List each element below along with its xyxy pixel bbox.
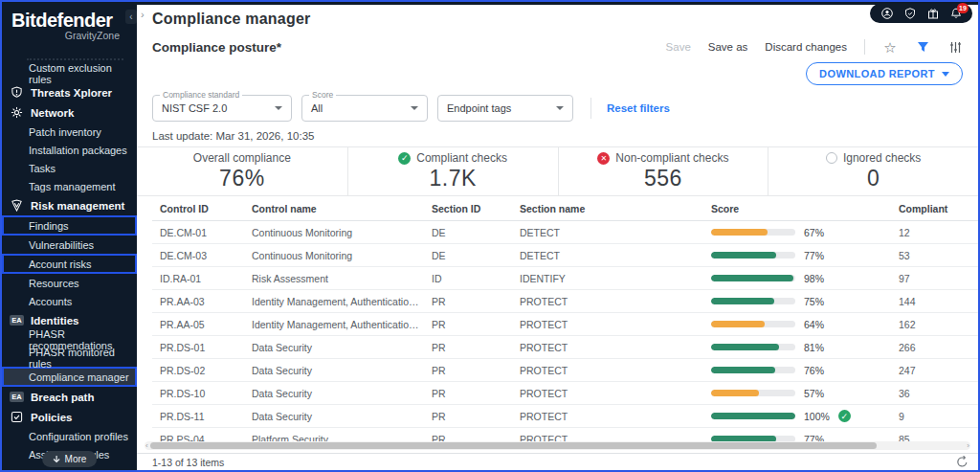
scroll-right-arrow-icon[interactable]: › <box>967 441 969 450</box>
cell-compliant: 162 <box>891 319 978 330</box>
table-header-row: Control IDControl nameSection IDSection … <box>152 196 978 221</box>
sidebar-item-custom-exclusion-rules[interactable]: Custom exclusion rules <box>2 64 137 82</box>
scrollbar-thumb[interactable] <box>150 442 877 449</box>
cell-control-id: PR.AA-05 <box>152 319 244 330</box>
column-header-compliant[interactable]: Compliant <box>891 203 978 214</box>
sidebar-item-vulnerabilities[interactable]: Vulnerabilities <box>2 236 137 254</box>
sidebar-item-configuration-profiles[interactable]: Configuration profiles <box>2 427 137 445</box>
ea-badge: EA <box>10 315 24 326</box>
table-row[interactable]: PR.AA-05Identity Management, Authenticat… <box>152 313 978 336</box>
sidebar-item-account-risks[interactable]: Account risks <box>2 254 137 274</box>
sidebar-item-installation-packages[interactable]: Installation packages <box>2 141 137 159</box>
sidebar-item-label: Accounts <box>29 296 72 307</box>
sidebar-item-label: Resources <box>29 278 79 289</box>
sidebar-item-breach-path[interactable]: EABreach path <box>2 387 137 407</box>
cell-score: 64% <box>703 319 891 330</box>
score-bar <box>711 367 795 373</box>
sidebar-item-threats-xplorer[interactable]: Threats Xplorer <box>2 82 137 102</box>
refresh-icon[interactable] <box>955 456 969 469</box>
table-footer: 1-13 of 13 items <box>137 453 978 470</box>
scroll-left-arrow-icon[interactable]: ‹ <box>145 441 148 450</box>
sidebar-item-tags-management[interactable]: Tags management <box>2 177 137 195</box>
cell-control-id: PR.DS-02 <box>152 365 244 376</box>
cell-compliant: 247 <box>891 365 978 376</box>
table-row[interactable]: PR.DS-02Data SecurityPRPROTECT76%247 <box>152 359 978 382</box>
summary-card-label: Non-compliant checks <box>615 151 728 165</box>
column-header-section-name[interactable]: Section name <box>512 203 703 214</box>
sidebar-item-policies[interactable]: Policies <box>2 407 137 427</box>
endpoint-tags-select[interactable]: Endpoint tags <box>437 95 573 122</box>
sidebar-collapse-button[interactable]: ‹ <box>125 10 137 24</box>
sidebar-item-label: Installation packages <box>29 145 127 156</box>
support-shield-icon[interactable] <box>903 8 916 20</box>
compliance-standard-select[interactable]: Compliance standard NIST CSF 2.0 <box>152 95 292 122</box>
score-percent-label: 76% <box>804 365 824 376</box>
sidebar-more-label: More <box>65 454 87 464</box>
notifications-bell-icon[interactable]: 19 <box>949 8 962 20</box>
sidebar-more-button[interactable]: More <box>42 451 98 467</box>
save-button[interactable]: Save <box>666 41 691 53</box>
cell-score: 100%✓ <box>703 410 891 422</box>
horizontal-scrollbar[interactable]: ‹ › <box>145 441 970 450</box>
view-title: Compliance posture* <box>152 40 281 55</box>
filter-funnel-icon[interactable] <box>915 39 930 55</box>
sidebar-item-label: Vulnerabilities <box>29 239 94 251</box>
favorite-star-icon[interactable]: ☆ <box>882 39 898 55</box>
table-row[interactable]: PR.DS-11Data SecurityPRPROTECT100%✓9 <box>152 405 978 428</box>
sidebar-item-resources[interactable]: Resources <box>2 274 137 292</box>
table-row[interactable]: DE.CM-01Continuous MonitoringDEDETECT67%… <box>152 221 978 244</box>
compliance-standard-value: NIST CSF 2.0 <box>162 102 227 114</box>
score-bar <box>711 321 795 327</box>
sidebar-item-risk-management[interactable]: Risk management <box>2 195 137 215</box>
save-as-button[interactable]: Save as <box>708 41 748 53</box>
sidebar-item-findings[interactable]: Findings <box>2 215 137 236</box>
table-row[interactable]: PR.DS-10Data SecurityPRPROTECT57%36 <box>152 382 978 405</box>
download-report-label: DOWNLOAD REPORT <box>819 68 935 79</box>
cell-control-id: PR.DS-01 <box>152 342 244 353</box>
settings-sliders-icon[interactable] <box>947 39 963 55</box>
reset-filters-link[interactable]: Reset filters <box>607 102 670 114</box>
cell-compliant: 144 <box>891 296 978 307</box>
table-row[interactable]: PR.PS-04Platform SecurityPRPROTECT77%85 <box>152 428 978 441</box>
download-report-button[interactable]: DOWNLOAD REPORT <box>806 62 963 85</box>
column-header-section-id[interactable]: Section ID <box>424 203 512 214</box>
account-icon[interactable] <box>880 8 893 20</box>
cell-control-id: DE.CM-03 <box>152 250 244 261</box>
sidebar-item-compliance-manager[interactable]: Compliance manager <box>2 367 137 387</box>
score-select[interactable]: Score All <box>301 95 428 122</box>
filters-row: Compliance standard NIST CSF 2.0 Score A… <box>152 95 978 122</box>
risk-shield-icon <box>10 198 24 213</box>
cell-section-id: DE <box>424 250 512 261</box>
summary-card-ignored-checks: Ignored checks0 <box>768 147 978 195</box>
app-window: Bitdefender GravityZone Custom exclusion… <box>0 0 980 472</box>
sidebar-item-phasr-monitored-rules[interactable]: PHASR monitored rules <box>2 348 137 367</box>
threat-shield-icon <box>10 85 24 100</box>
table-row[interactable]: PR.AA-03Identity Management, Authenticat… <box>152 290 978 313</box>
gift-icon[interactable] <box>926 8 939 20</box>
table-row[interactable]: DE.CM-03Continuous MonitoringDEDETECT77%… <box>152 244 978 267</box>
score-percent-label: 57% <box>804 388 824 399</box>
table-row[interactable]: ID.RA-01Risk AssessmentIDIDENTIFY98%97 <box>152 267 978 290</box>
cell-compliant: 97 <box>891 273 978 284</box>
chevron-down-icon <box>556 106 564 110</box>
column-header-control-name[interactable]: Control name <box>244 203 424 214</box>
score-percent-label: 77% <box>804 434 824 442</box>
score-bar <box>711 298 795 304</box>
column-header-score[interactable]: Score <box>703 203 891 214</box>
cell-section-name: PROTECT <box>512 319 703 330</box>
cell-control-name: Data Security <box>244 411 424 422</box>
cell-section-name: PROTECT <box>512 296 703 307</box>
table-row[interactable]: PR.DS-01Data SecurityPRPROTECT81%266 <box>152 336 978 359</box>
sidebar-item-tasks[interactable]: Tasks <box>2 159 137 177</box>
cell-section-name: IDENTIFY <box>512 273 703 284</box>
sidebar-item-patch-inventory[interactable]: Patch inventory <box>2 123 137 141</box>
sidebar-item-network[interactable]: Network <box>2 102 137 123</box>
cell-score: 81% <box>703 342 891 353</box>
compliance-table: Control IDControl nameSection IDSection … <box>137 196 978 441</box>
ea-badge: EA <box>10 392 24 402</box>
cell-control-name: Data Security <box>244 365 424 376</box>
chevron-down-icon <box>275 106 282 110</box>
sidebar-item-accounts[interactable]: Accounts <box>2 292 137 310</box>
discard-changes-button[interactable]: Discard changes <box>765 41 847 53</box>
column-header-control-id[interactable]: Control ID <box>152 203 244 214</box>
